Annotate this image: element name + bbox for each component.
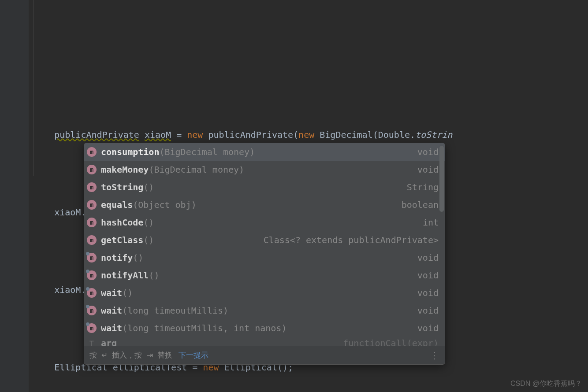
completion-return-type: int: [418, 217, 439, 228]
completion-item[interactable]: mequals(Object obj)boolean: [84, 196, 445, 214]
completion-name: consumption: [101, 147, 159, 157]
completion-name: getClass: [101, 235, 143, 245]
completion-params: (BigDecimal money): [159, 147, 255, 157]
completion-params: (): [143, 217, 154, 228]
completion-name: wait: [101, 323, 122, 333]
completion-return-type: void: [413, 164, 439, 175]
method-icon: m: [87, 323, 97, 333]
completion-return-type: boolean: [397, 200, 439, 210]
completion-params: (): [122, 288, 133, 298]
completion-item[interactable]: mgetClass()Class<? extends publicAndPriv…: [84, 231, 445, 249]
completion-params: (): [143, 235, 154, 245]
completion-params: (long timeoutMillis): [122, 305, 228, 316]
method-icon: m: [87, 306, 97, 315]
autocomplete-footer: 按 ↵ 插入，按 ⇥ 替换 下一提示 ⋮: [84, 346, 445, 364]
completion-item[interactable]: ⊤argfunctionCall(expr): [84, 337, 445, 346]
completion-item[interactable]: mwait(long timeoutMillis)void: [84, 302, 445, 319]
completion-name: notify: [101, 252, 133, 263]
completion-name: toString: [101, 182, 143, 192]
method-icon: m: [87, 200, 97, 210]
completion-name: wait: [101, 305, 122, 316]
template-icon: ⊤: [87, 338, 97, 346]
completion-name: makeMoney: [101, 164, 149, 175]
completion-name: equals: [101, 200, 133, 210]
code-line[interactable]: public static void main(String[] args) {: [0, 58, 588, 67]
autocomplete-popup: mconsumption(BigDecimal money)voidmmakeM…: [84, 143, 445, 365]
autocomplete-list[interactable]: mconsumption(BigDecimal money)voidmmakeM…: [84, 143, 445, 346]
completion-return-type: String: [402, 182, 439, 192]
completion-name: wait: [101, 288, 122, 298]
completion-params: (): [143, 182, 154, 192]
completion-params: (): [133, 252, 143, 263]
next-hint-link[interactable]: 下一提示: [179, 351, 208, 359]
completion-params: (long timeoutMillis, int nanos): [122, 323, 287, 333]
completion-name: hashCode: [101, 217, 143, 228]
method-icon: m: [87, 165, 97, 174]
method-icon: m: [87, 147, 97, 157]
watermark: CSDN @你吃香蕉吗？: [510, 379, 582, 388]
completion-params: (BigDecimal money): [149, 164, 244, 175]
method-icon: m: [87, 270, 97, 280]
completion-item[interactable]: mconsumption(BigDecimal money)void: [84, 143, 445, 161]
completion-return-type: void: [413, 305, 439, 316]
completion-item[interactable]: mnotify()void: [84, 249, 445, 266]
completion-item[interactable]: mtoString()String: [84, 178, 445, 196]
completion-return-type: functionCall(expr): [339, 338, 439, 346]
completion-return-type: Class<? extends publicAndPrivate>: [259, 235, 439, 245]
method-icon: m: [87, 218, 97, 227]
completion-item[interactable]: mwait()void: [84, 284, 445, 302]
completion-params: (Object obj): [133, 200, 197, 210]
method-icon: m: [87, 182, 97, 192]
completion-params: (): [149, 270, 159, 281]
method-icon: m: [87, 288, 97, 298]
code-line[interactable]: publicAndPrivate xiaoM = new publicAndPr…: [0, 125, 588, 144]
completion-item[interactable]: mnotifyAll()void: [84, 266, 445, 284]
completion-item[interactable]: mhashCode()int: [84, 214, 445, 231]
completion-item[interactable]: mmakeMoney(BigDecimal money)void: [84, 161, 445, 178]
completion-return-type: void: [413, 270, 439, 281]
method-icon: m: [87, 253, 97, 263]
method-icon: m: [87, 235, 97, 245]
more-options-icon[interactable]: ⋮: [430, 350, 439, 361]
code-text: publicAndPrivate xiaoM = new publicAndPr…: [54, 129, 452, 140]
completion-return-type: void: [413, 252, 439, 263]
completion-return-type: void: [413, 288, 439, 298]
completion-return-type: void: [413, 147, 439, 157]
completion-return-type: void: [413, 323, 439, 333]
completion-item[interactable]: mwait(long timeoutMillis, int nanos)void: [84, 319, 445, 337]
completion-name: notifyAll: [101, 270, 149, 281]
scrollbar-thumb[interactable]: [439, 146, 444, 212]
completion-name: arg: [101, 338, 117, 346]
footer-hint: 按 ↵ 插入，按 ⇥ 替换 下一提示: [89, 350, 208, 360]
